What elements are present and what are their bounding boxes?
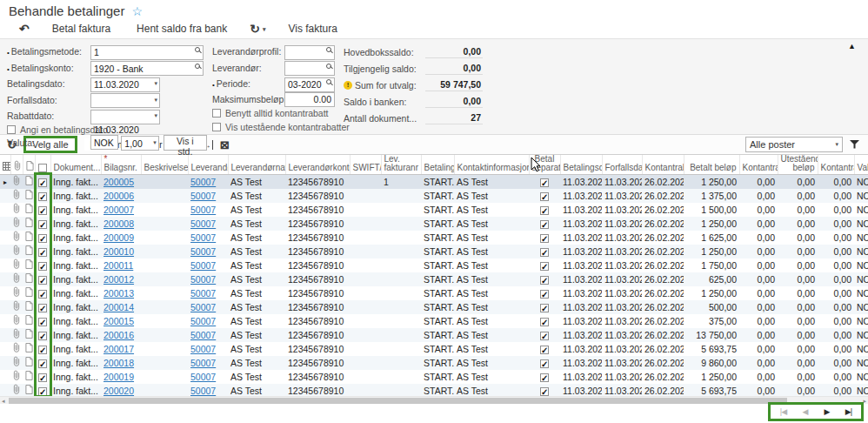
leverandor-link[interactable]: 50007 — [190, 177, 216, 187]
betal-separat-checkbox[interactable] — [540, 276, 549, 285]
bilagsnr-link[interactable]: 200008 — [103, 218, 134, 229]
betal-separat-checkbox[interactable] — [540, 332, 549, 340]
row-select-checkbox[interactable] — [35, 245, 50, 258]
row-select-checkbox[interactable] — [35, 175, 50, 190]
search-icon[interactable] — [195, 64, 200, 69]
note-icon[interactable] — [23, 245, 35, 258]
betal-separat-checkbox[interactable] — [540, 304, 549, 312]
search-icon[interactable] — [326, 64, 331, 69]
col-header-dokument[interactable]: Dokument... — [50, 155, 101, 175]
table-row[interactable]: Inng. fakt...20001750007AS Test123456789… — [0, 342, 868, 356]
note-icon[interactable] — [23, 189, 35, 203]
table-row[interactable]: Inng. fakt...20001350007AS Test123456789… — [0, 286, 868, 300]
leverandor-link[interactable]: 50007 — [190, 344, 216, 354]
betal-separat-checkbox[interactable] — [540, 178, 549, 187]
bilagsnr-link[interactable]: 200015 — [103, 316, 134, 326]
col-header-swift-bic[interactable]: SWIFT/BI... — [350, 155, 381, 175]
row-select-checkbox[interactable] — [35, 314, 50, 328]
row-select-checkbox[interactable] — [35, 203, 50, 217]
note-icon[interactable] — [23, 300, 35, 314]
paperclip-icon[interactable] — [10, 342, 23, 356]
row-select-checkbox[interactable] — [35, 328, 50, 342]
betal-separat-checkbox[interactable] — [540, 359, 549, 368]
search-icon[interactable] — [326, 47, 331, 52]
leverandor-link[interactable]: 50007 — [190, 218, 216, 229]
col-header-betaling[interactable]: Betaling — [421, 155, 454, 175]
note-icon[interactable] — [23, 203, 35, 217]
vis-faktura-button[interactable]: Vis faktura — [277, 21, 347, 37]
bilagsnr-link[interactable]: 200011 — [103, 260, 133, 271]
bilagsnr-link[interactable]: 200010 — [103, 246, 134, 257]
rabattdato-input[interactable] — [90, 110, 160, 124]
paperclip-icon[interactable] — [10, 314, 23, 328]
note-icon[interactable] — [23, 258, 35, 272]
leverandor-link[interactable]: 50007 — [190, 260, 216, 271]
bilagsnr-link[interactable]: 200019 — [103, 372, 134, 382]
table-row[interactable]: Inng. fakt...20000850007AS Test123456789… — [0, 217, 868, 231]
col-header-valuta[interactable]: Valut... — [854, 155, 868, 175]
row-select-checkbox[interactable] — [35, 231, 50, 245]
select-all-header[interactable] — [35, 155, 50, 175]
bilagsnr-link[interactable]: 200013 — [103, 288, 134, 299]
betal-separat-checkbox[interactable] — [540, 318, 549, 326]
betal-separat-checkbox[interactable] — [540, 192, 549, 201]
col-header-betalt-belop[interactable]: Betalt beløp — [684, 155, 739, 175]
col-header-kontantrabatt[interactable]: Kontantra... — [739, 155, 778, 175]
bilagsnr-link[interactable]: 200016 — [103, 330, 134, 340]
betalingsdato-input[interactable] — [90, 77, 160, 92]
paperclip-icon[interactable] — [10, 245, 23, 258]
bilagsnr-link[interactable]: 200017 — [103, 344, 134, 354]
betal-separat-checkbox[interactable] — [540, 290, 549, 299]
collapse-panel-icon[interactable]: ▲ — [848, 42, 856, 50]
bilagsnr-link[interactable]: 200012 — [103, 274, 134, 285]
row-select-checkbox[interactable] — [35, 356, 50, 370]
row-select-checkbox[interactable] — [35, 272, 50, 286]
paperclip-icon[interactable] — [10, 189, 23, 203]
paperclip-icon[interactable] — [10, 356, 23, 370]
select-all-checkbox[interactable] — [38, 164, 47, 172]
betal-separat-checkbox[interactable] — [540, 234, 549, 243]
paperclip-icon[interactable] — [10, 203, 23, 217]
table-row[interactable]: Inng. fakt...20001850007AS Test123456789… — [0, 356, 868, 370]
paperclip-icon[interactable] — [10, 286, 23, 300]
search-icon[interactable] — [326, 79, 331, 84]
bilagsnr-link[interactable]: 200020 — [103, 386, 134, 396]
betalingskonto-input[interactable] — [90, 61, 204, 76]
undo-icon[interactable]: ↶ — [12, 22, 37, 36]
paperclip-icon[interactable] — [10, 384, 23, 396]
col-header-kontaktinformasjon[interactable]: Kontaktinformasjon — [454, 155, 529, 175]
col-header-forfallsdato[interactable]: Forfallsdat... — [602, 155, 642, 175]
table-row[interactable]: Inng. fakt...20001950007AS Test123456789… — [0, 370, 868, 384]
betalingsmetode-input[interactable] — [90, 45, 204, 60]
table-row[interactable]: Inng. fakt...20001150007AS Test123456789… — [0, 258, 868, 272]
col-header-leverandor[interactable]: Leverandø... — [188, 155, 228, 175]
note-icon[interactable] — [23, 384, 35, 396]
leverandor-link[interactable]: 50007 — [190, 288, 216, 299]
bilagsnr-link[interactable]: 200009 — [103, 232, 134, 243]
betal-separat-checkbox[interactable] — [540, 220, 549, 229]
pagination-first-button[interactable]: |◀ — [772, 405, 794, 419]
table-row[interactable]: ▸Inng. fakt...20000550007AS Test12345678… — [0, 175, 868, 190]
row-select-checkbox[interactable] — [35, 258, 50, 272]
note-icon[interactable] — [23, 272, 35, 286]
pagination-next-button[interactable]: ▶ — [816, 405, 838, 419]
refresh-icon[interactable]: ↻▾ — [243, 22, 272, 36]
row-select-checkbox[interactable] — [35, 342, 50, 356]
benytt-kontantrabatt-checkbox[interactable] — [212, 109, 221, 118]
table-row[interactable]: Inng. fakt...20000950007AS Test123456789… — [0, 231, 868, 245]
betal-separat-checkbox[interactable] — [540, 262, 549, 271]
bilagsnr-link[interactable]: 200007 — [103, 205, 134, 215]
row-select-checkbox[interactable] — [35, 217, 50, 231]
table-row[interactable]: Inng. fakt...20001450007AS Test123456789… — [0, 300, 868, 314]
search-icon[interactable] — [195, 47, 200, 52]
col-header-utestaende-belop[interactable]: Utestående beløp — [778, 155, 818, 175]
leverandor-link[interactable]: 50007 — [190, 191, 216, 201]
leverandor-link[interactable]: 50007 — [190, 386, 216, 396]
filter-funnel-icon[interactable] — [850, 140, 859, 149]
row-select-checkbox[interactable] — [35, 384, 50, 396]
note-icon[interactable] — [23, 314, 35, 328]
scrollbar-thumb[interactable] — [9, 398, 787, 404]
paperclip-icon[interactable] — [10, 328, 23, 342]
paperclip-icon[interactable] — [10, 231, 23, 245]
filter-dropdown[interactable]: Alle poster ▾ — [745, 137, 843, 152]
